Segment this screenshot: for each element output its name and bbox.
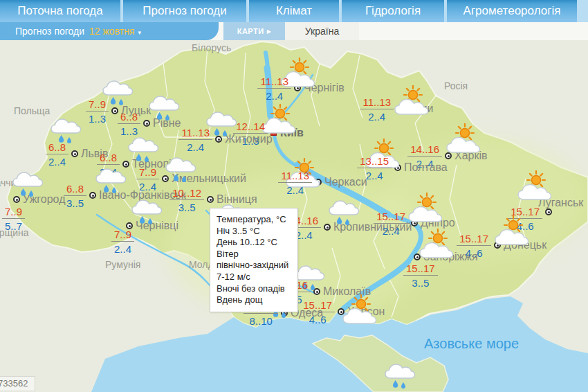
tooltip-line-1: Температура, °С: [217, 214, 291, 226]
city-marker[interactable]: [396, 105, 403, 112]
night-temp: 1..3: [118, 124, 140, 136]
city-marker[interactable]: [13, 196, 20, 203]
city-name[interactable]: Хмельницький: [172, 172, 246, 185]
city-marker[interactable]: [315, 179, 322, 186]
day-temp: 12..14: [233, 121, 268, 134]
forecast-date-dropdown[interactable]: 12 жовтня: [89, 26, 134, 37]
night-temp: 4..6: [300, 312, 335, 325]
city-name[interactable]: Черкаси: [324, 176, 367, 188]
city-name[interactable]: Миколаїв: [323, 285, 371, 298]
city-name[interactable]: Рівне: [153, 117, 181, 130]
day-temp: 6..8: [64, 184, 86, 196]
city-name[interactable]: Житомир: [225, 133, 273, 145]
city-temps: 6..82..4: [46, 142, 68, 167]
city-marker[interactable]: [162, 175, 169, 182]
city-temps: 15..174..6: [508, 206, 542, 231]
city-marker[interactable]: [411, 220, 418, 226]
city-marker[interactable]: [394, 164, 401, 171]
city-marker[interactable]: [143, 120, 150, 127]
azov-sea-label: Азовське море: [424, 336, 519, 352]
city-temps: 7..95..7: [2, 206, 25, 231]
city-marker[interactable]: [71, 150, 78, 157]
city-temps: 6..83..5: [64, 184, 86, 208]
day-temp: 7..9: [2, 206, 25, 219]
city-marker[interactable]: [338, 308, 344, 315]
city-temps: 15..174..6: [300, 300, 335, 325]
city-marker[interactable]: [494, 242, 501, 249]
nav-tab-4[interactable]: Гідрологія: [342, 0, 447, 22]
day-temp: 15..17: [300, 300, 335, 312]
tooltip-line-2: Ніч 3..5 °С: [217, 226, 291, 238]
city-name[interactable]: Вінниця: [217, 193, 257, 206]
city-name[interactable]: Харків: [454, 150, 488, 162]
city-name[interactable]: Запоріжжя: [423, 251, 478, 263]
city-marker[interactable]: [294, 84, 301, 91]
night-temp: 8..10: [244, 314, 278, 326]
city-marker[interactable]: [122, 161, 129, 168]
city-name[interactable]: Дніпро: [421, 217, 455, 229]
region-tab-label: Україна: [305, 26, 339, 37]
city-name[interactable]: Донецьк: [504, 239, 546, 251]
day-temp: 6..8: [118, 112, 140, 124]
night-temp: 3..5: [64, 196, 86, 208]
city-name[interactable]: Ужгород: [23, 193, 66, 206]
country-label-Польща: Польща: [14, 105, 50, 116]
city-marker[interactable]: [324, 224, 331, 231]
nav-tab-2[interactable]: Прогноз погоди: [123, 0, 249, 22]
city-temps: 6..82..4: [97, 152, 120, 177]
tooltip-line-7: Вночі без опадів: [217, 283, 291, 295]
city-temps: 15..172..4: [374, 211, 408, 236]
tab-maps[interactable]: КАРТИ ▶: [223, 22, 285, 40]
tab-ukraine[interactable]: Україна: [285, 22, 359, 40]
city-marker[interactable]: [215, 136, 222, 143]
tooltip-line-3: День 10..12 °С: [217, 237, 291, 249]
city-name[interactable]: Чернігів: [304, 82, 344, 94]
nav-tab-1[interactable]: Поточна погода: [0, 0, 123, 22]
city-temps: 7..91..3: [86, 99, 109, 124]
arrow-right-icon: ▶: [267, 28, 272, 35]
country-label-Білорусь: Білорусь: [192, 42, 231, 53]
top-nav: Поточна погодаПрогноз погодиКліматГідрол…: [0, 0, 588, 22]
tab-forecast-active[interactable]: Прогноз погоди 12 жовтня ▾: [0, 22, 219, 40]
night-temp: 2..4: [178, 140, 212, 152]
city-marker[interactable]: [414, 253, 421, 260]
tooltip-line-6: 7-12 м/с: [217, 271, 291, 283]
tooltip-line-8: Вдень дощ: [217, 294, 291, 306]
day-temp: 10..12: [169, 188, 204, 200]
tooltip-line-5: північно-західний: [217, 260, 291, 271]
city-marker[interactable]: [545, 208, 552, 215]
night-temp: 2..4: [278, 183, 312, 195]
weather-app: Поточна погодаПрогноз погодиКліматГідрол…: [0, 0, 588, 392]
city-marker[interactable]: [445, 152, 452, 159]
night-temp: 2..4: [97, 165, 120, 177]
night-temp: 2..4: [360, 109, 394, 122]
day-temp: 14..16: [407, 144, 442, 157]
city-marker[interactable]: [313, 288, 320, 295]
night-temp: 2..4: [46, 154, 68, 167]
nav-tab-5[interactable]: Агрометеорологія: [447, 0, 577, 22]
day-temp: 11..13: [178, 127, 212, 140]
day-temp: 15..17: [403, 263, 438, 276]
chevron-down-icon[interactable]: ▾: [138, 26, 142, 36]
day-temp: 6..8: [46, 142, 68, 154]
city-marker[interactable]: [89, 192, 96, 199]
country-label-Словаччина: Словаччина: [0, 177, 27, 188]
night-temp: 1..3: [86, 112, 109, 124]
city-name[interactable]: Чернівці: [136, 220, 178, 232]
city-name[interactable]: Херсон: [347, 305, 385, 318]
city-name[interactable]: Полтава: [404, 161, 448, 174]
city-temps: 11..132..4: [278, 170, 312, 195]
night-temp: 3..5: [169, 200, 204, 213]
night-temp: 3..5: [403, 276, 438, 288]
city-name[interactable]: Суми: [406, 103, 433, 115]
city-temps: 10..123..5: [169, 188, 204, 213]
tooltip: Температура, °СНіч 3..5 °СДень 10..12 °С…: [210, 208, 298, 312]
sub-nav: Прогноз погоди 12 жовтня ▾ КАРТИ ▶ Украї…: [0, 22, 588, 40]
day-temp: 6..8: [97, 152, 120, 165]
city-name[interactable]: Луганськ: [538, 197, 583, 209]
city-name[interactable]: Київ: [280, 127, 304, 139]
city-marker[interactable]: [207, 196, 214, 203]
nav-tab-3[interactable]: Клімат: [249, 0, 342, 22]
country-label-Румунія: Румунія: [105, 259, 140, 270]
visitor-counter: 733562: [0, 376, 35, 391]
